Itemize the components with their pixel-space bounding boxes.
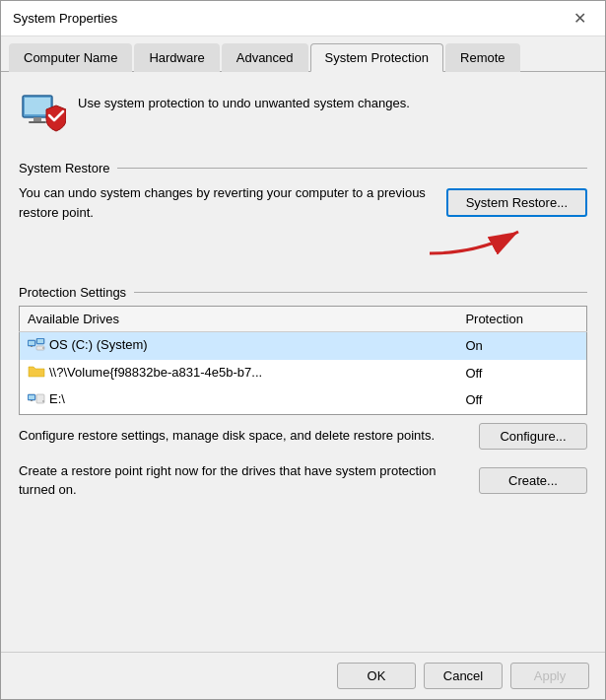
table-row[interactable]: OS (C:) (System)On — [20, 332, 587, 360]
tab-computer-name[interactable]: Computer Name — [9, 43, 132, 72]
cancel-button[interactable]: Cancel — [424, 663, 503, 689]
apply-button[interactable]: Apply — [510, 663, 589, 689]
restore-row: You can undo system changes by reverting… — [19, 181, 587, 230]
drives-table: Available Drives Protection OS (C:) (Sys… — [19, 306, 587, 415]
system-restore-button[interactable]: System Restore... — [446, 188, 587, 217]
svg-rect-9 — [37, 339, 43, 343]
ok-button[interactable]: OK — [337, 663, 416, 689]
drive-icon: OS (C:) (System) — [28, 337, 148, 352]
title-bar: System Properties ✕ — [1, 1, 605, 36]
svg-rect-14 — [31, 400, 33, 401]
table-row[interactable]: E:\Off — [20, 386, 587, 414]
svg-rect-3 — [29, 121, 46, 123]
header-description: Use system protection to undo unwanted s… — [78, 90, 410, 110]
protection-settings-label: Protection Settings — [19, 285, 126, 300]
drive-protection-cell: Off — [457, 360, 586, 387]
svg-rect-13 — [29, 395, 34, 399]
drive-name-cell: OS (C:) (System) — [20, 332, 458, 360]
header-row: Use system protection to undo unwanted s… — [19, 86, 587, 145]
drive-protection-cell: Off — [457, 386, 586, 414]
col-drives: Available Drives — [20, 307, 458, 332]
drive-name-cell: \\?\Volume{f98832be-a831-4e5b-b7... — [20, 360, 458, 387]
drive-name-cell: E:\ — [20, 386, 458, 414]
protection-settings-section: Protection Settings Available Drives Pro… — [19, 285, 587, 504]
system-restore-section: System Restore You can undo system chang… — [19, 161, 587, 269]
svg-rect-2 — [34, 117, 41, 121]
content-area: Use system protection to undo unwanted s… — [1, 72, 605, 652]
create-row: Create a restore point right now for the… — [19, 454, 587, 504]
drive-protection-cell: On — [457, 332, 586, 360]
col-protection: Protection — [457, 307, 586, 332]
drive-icon: E:\ — [28, 391, 65, 406]
tab-bar: Computer Name Hardware Advanced System P… — [1, 36, 605, 72]
tab-remote[interactable]: Remote — [445, 43, 520, 72]
restore-description: You can undo system changes by reverting… — [19, 183, 437, 222]
tab-hardware[interactable]: Hardware — [134, 43, 219, 72]
window-title: System Properties — [13, 11, 117, 26]
system-properties-window: System Properties ✕ Computer Name Hardwa… — [0, 0, 606, 700]
protection-title-row: Protection Settings — [19, 285, 587, 300]
svg-point-16 — [42, 400, 44, 402]
system-restore-title-row: System Restore — [19, 161, 587, 175]
system-restore-label: System Restore — [19, 161, 109, 175]
svg-rect-6 — [29, 341, 34, 345]
configure-button[interactable]: Configure... — [479, 423, 587, 450]
svg-point-11 — [42, 347, 44, 349]
system-restore-divider — [117, 168, 587, 169]
create-button[interactable]: Create... — [479, 467, 587, 494]
svg-rect-7 — [31, 346, 33, 347]
arrow-area — [19, 230, 587, 269]
footer: OK Cancel Apply — [1, 652, 605, 699]
create-description: Create a restore point right now for the… — [19, 461, 469, 500]
tab-advanced[interactable]: Advanced — [222, 43, 308, 72]
configure-description: Configure restore settings, manage disk … — [19, 426, 469, 446]
drive-icon: \\?\Volume{f98832be-a831-4e5b-b7... — [28, 365, 262, 380]
tab-system-protection[interactable]: System Protection — [310, 43, 444, 72]
configure-row: Configure restore settings, manage disk … — [19, 415, 587, 454]
arrow-icon — [420, 224, 538, 261]
protection-divider — [134, 292, 587, 293]
close-button[interactable]: ✕ — [566, 5, 593, 33]
shield-computer-icon — [19, 90, 66, 137]
table-row[interactable]: \\?\Volume{f98832be-a831-4e5b-b7...Off — [20, 360, 587, 387]
